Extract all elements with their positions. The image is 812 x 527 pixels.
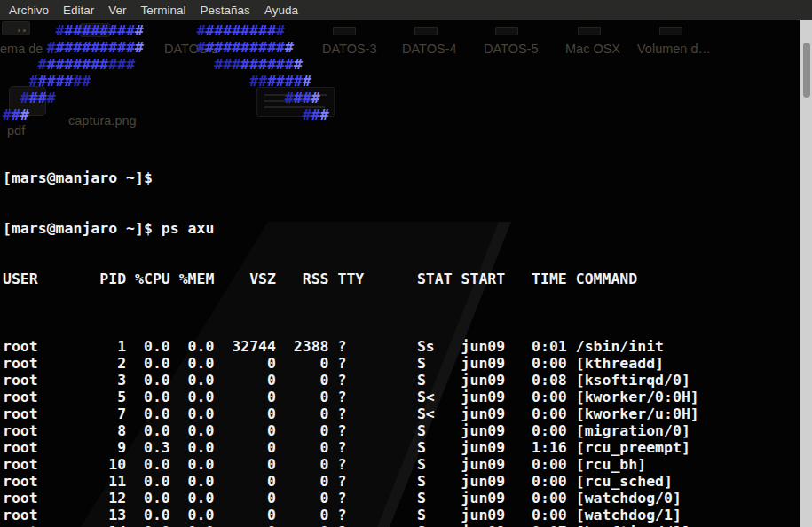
process-row: root 9 0.3 0.0 0 0 ? S jun09 1:16 [rcu_p… [3,439,699,456]
desktop-icon-label: DATOS-5 [484,42,539,56]
command-line: [mars@manjaro ~]$ ps axu [3,220,699,237]
menu-item-ver[interactable]: Ver [108,4,126,17]
mini-drive-icon [333,27,356,35]
process-row: root 12 0.0 0.0 0 0 ? S jun09 0:00 [watc… [3,490,699,507]
ps-header-row: USER PID %CPU %MEM VSZ RSS TTY STAT STAR… [3,271,699,287]
scrollbar-track[interactable] [800,20,812,527]
desktop-icon-label: DATOS-4 [402,42,457,56]
menu-item-editar[interactable]: Editar [63,4,94,17]
process-row: root 11 0.0 0.0 0 0 ? S jun09 0:00 [rcu_… [3,473,699,490]
desktop-icon-label: Volumen d… [637,42,711,56]
ascii-art-line: ########### ########### [3,39,329,56]
menu-item-ayuda[interactable]: Ayuda [264,4,298,17]
menu-item-terminal[interactable]: Terminal [141,4,186,17]
mini-drive-icon [414,27,438,35]
menu-bar: ArchivoEditarVerTerminalPestañasAyuda [0,0,812,20]
ascii-art: ########## ########## ########### ######… [3,22,329,123]
menu-item-archivo[interactable]: Archivo [9,4,49,17]
mini-drive-icon [659,27,682,35]
mini-drive-icon [578,27,601,35]
ascii-art-line: ########### ########## [3,56,329,73]
process-row: root 7 0.0 0.0 0 0 ? S< jun09 0:00 [kwor… [3,405,699,422]
prompt-line: [mars@manjaro ~]$ [3,169,699,186]
ascii-art-line: ### ### [3,106,329,123]
ascii-art-line: ########## ########## [3,22,329,39]
process-row: root 13 0.0 0.0 0 0 ? S jun09 0:00 [watc… [3,507,699,523]
process-row: root 14 0.0 0.0 0 0 ? S jun09 0:07 [ksof… [3,523,699,527]
process-row: root 10 0.0 0.0 0 0 ? S jun09 0:00 [rcu_… [3,456,699,473]
ascii-art-line: #### #### [3,90,329,106]
terminal-window: ArchivoEditarVerTerminalPestañasAyuda em… [0,0,812,527]
process-row: root 3 0.0 0.0 0 0 ? S jun09 0:08 [ksoft… [3,372,699,389]
terminal-screen[interactable]: [mars@manjaro ~]$ [mars@manjaro ~]$ ps a… [3,136,699,527]
process-row: root 5 0.0 0.0 0 0 ? S< jun09 0:00 [kwor… [3,389,699,405]
scrollbar-thumb[interactable] [803,43,810,98]
mini-drive-icon [495,27,518,35]
menu-item-pestañas[interactable]: Pestañas [201,4,250,17]
process-row: root 2 0.0 0.0 0 0 ? S jun09 0:00 [kthre… [3,355,699,372]
desktop-icon-label: Mac OSX [565,42,620,56]
desktop-icon-label: DATOS-3 [322,42,377,56]
ascii-art-line: ####### ####### [3,73,329,90]
process-row: root 1 0.0 0.0 32744 2388 ? Ss jun09 0:0… [3,338,699,355]
process-row: root 8 0.0 0.0 0 0 ? S jun09 0:00 [migra… [3,422,699,439]
